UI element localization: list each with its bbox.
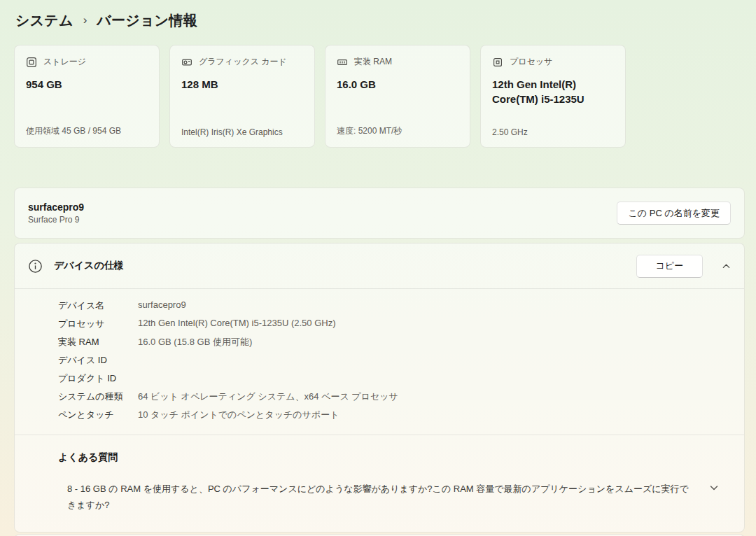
faq-question: 8 - 16 GB の RAM を使用すると、PC のパフォーマンスにどのような… <box>67 481 695 513</box>
device-specs-card: デバイスの仕様 コピー デバイス名 surfacepro9 プロセッサ 12th… <box>14 243 745 533</box>
gpu-icon <box>181 57 192 68</box>
graphics-card-value: 128 MB <box>181 77 303 92</box>
device-specs-header[interactable]: デバイスの仕様 コピー <box>15 244 744 288</box>
ram-card-detail: 速度: 5200 MT/秒 <box>337 125 402 137</box>
ram-card: 実装 RAM 16.0 GB 速度: 5200 MT/秒 <box>325 45 470 148</box>
spec-label: 実装 RAM <box>58 336 138 348</box>
page-title: バージョン情報 <box>97 11 197 30</box>
spec-row-product-id: プロダクト ID <box>58 372 744 390</box>
spec-label: デバイス ID <box>58 354 138 367</box>
breadcrumb-system[interactable]: システム <box>15 11 74 30</box>
info-icon <box>28 259 43 274</box>
spec-value: 10 タッチ ポイントでのペンとタッチのサポート <box>138 409 339 421</box>
ram-icon <box>337 57 348 68</box>
spec-value: 12th Gen Intel(R) Core(TM) i5-1235U (2.5… <box>138 318 335 328</box>
ram-card-label: 実装 RAM <box>354 56 392 68</box>
spec-row-ram: 実装 RAM 16.0 GB (15.8 GB 使用可能) <box>58 336 744 354</box>
spec-label: システムの種類 <box>58 390 138 403</box>
processor-card-header: プロセッサ <box>492 56 614 68</box>
spec-value: 16.0 GB (15.8 GB 使用可能) <box>138 336 252 348</box>
graphics-card-header: グラフィックス カード <box>181 56 303 68</box>
device-model: Surface Pro 9 <box>28 215 84 225</box>
ram-card-header: 実装 RAM <box>337 56 458 68</box>
cpu-icon <box>492 57 503 68</box>
spec-value: surfacepro9 <box>138 299 186 310</box>
device-name-block: surfacepro9 Surface Pro 9 <box>28 202 84 225</box>
faq-question-row[interactable]: 8 - 16 GB の RAM を使用すると、PC のパフォーマンスにどのような… <box>58 481 744 513</box>
processor-card-label: プロセッサ <box>510 56 552 68</box>
storage-card-label: ストレージ <box>43 56 86 68</box>
processor-card: プロセッサ 12th Gen Intel(R) Core(TM) i5-1235… <box>480 45 626 148</box>
faq-title: よくある質問 <box>58 451 744 464</box>
copy-button[interactable]: コピー <box>636 255 703 278</box>
spec-label: プロセッサ <box>58 318 138 330</box>
storage-card-detail: 使用領域 45 GB / 954 GB <box>26 125 121 137</box>
processor-card-detail: 2.50 GHz <box>492 127 528 137</box>
rename-pc-button[interactable]: この PC の名前を変更 <box>617 202 731 225</box>
ram-card-value: 16.0 GB <box>337 77 458 92</box>
breadcrumb: システム › バージョン情報 <box>14 8 745 30</box>
processor-card-value: 12th Gen Intel(R) Core(TM) i5-1235U <box>492 77 614 106</box>
specs-rows: デバイス名 surfacepro9 プロセッサ 12th Gen Intel(R… <box>15 289 744 435</box>
settings-about-page: システム › バージョン情報 ストレージ 954 GB 使用領域 45 GB /… <box>0 0 756 536</box>
spec-row-device-name: デバイス名 surfacepro9 <box>58 299 744 318</box>
spec-label: デバイス名 <box>58 299 138 312</box>
spec-value: 64 ビット オペレーティング システム、x64 ベース プロセッサ <box>138 390 398 403</box>
spec-row-processor: プロセッサ 12th Gen Intel(R) Core(TM) i5-1235… <box>58 318 744 336</box>
chevron-down-icon[interactable] <box>709 483 719 513</box>
spec-label: ペンとタッチ <box>58 409 138 421</box>
faq-section: よくある質問 8 - 16 GB の RAM を使用すると、PC のパフォーマン… <box>15 435 744 532</box>
spec-row-system-type: システムの種類 64 ビット オペレーティング システム、x64 ベース プロセ… <box>58 390 744 409</box>
device-specs-title: デバイスの仕様 <box>54 260 124 272</box>
spec-row-device-id: デバイス ID <box>58 354 744 372</box>
spec-label: プロダクト ID <box>58 372 138 385</box>
graphics-card-label: グラフィックス カード <box>199 56 287 68</box>
storage-card-value: 954 GB <box>26 77 148 92</box>
storage-card: ストレージ 954 GB 使用領域 45 GB / 954 GB <box>14 45 160 148</box>
device-name-card: surfacepro9 Surface Pro 9 この PC の名前を変更 <box>14 188 745 239</box>
spec-row-pen-touch: ペンとタッチ 10 タッチ ポイントでのペンとタッチのサポート <box>58 409 744 427</box>
chevron-up-icon[interactable] <box>722 262 731 271</box>
storage-card-header: ストレージ <box>26 56 148 68</box>
breadcrumb-separator-icon: › <box>83 13 88 27</box>
storage-icon <box>26 57 37 68</box>
graphics-card: グラフィックス カード 128 MB Intel(R) Iris(R) Xe G… <box>169 45 315 148</box>
graphics-card-detail: Intel(R) Iris(R) Xe Graphics <box>181 127 283 137</box>
device-name: surfacepro9 <box>28 202 84 213</box>
summary-cards: ストレージ 954 GB 使用領域 45 GB / 954 GB グラフィックス… <box>14 45 745 148</box>
